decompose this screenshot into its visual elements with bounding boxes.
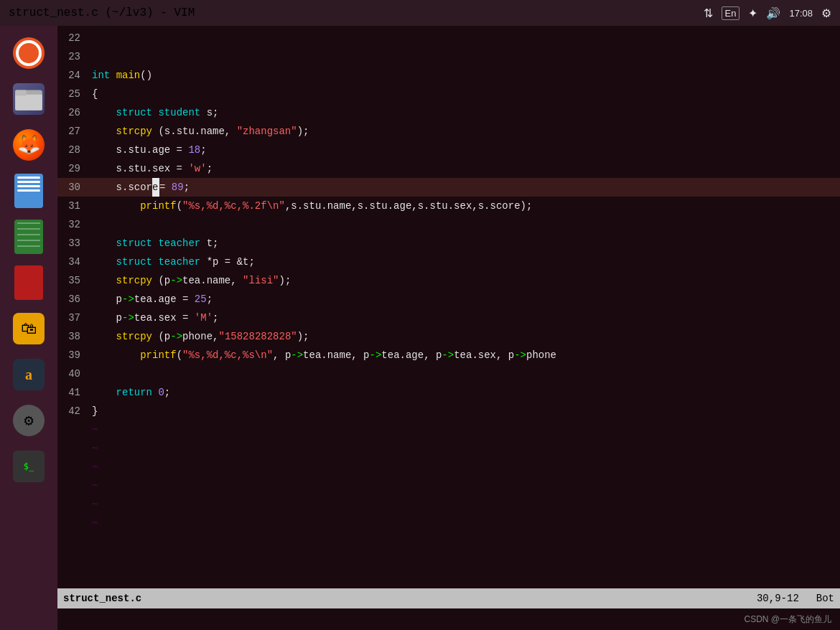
code-line-41: 41 return 0;	[57, 383, 840, 402]
code-line-39: 39 printf("%s,%d,%c,%s\n", p->tea.name, …	[57, 346, 840, 365]
code-line-32: 32	[57, 215, 840, 234]
code-line-33: 33 struct teacher t;	[57, 234, 840, 253]
code-line-25: 25 {	[57, 85, 840, 103]
sidebar-item-files[interactable]	[7, 77, 50, 121]
code-line-31: 31 printf("%s,%d,%c,%.2f\n",s.stu.name,s…	[57, 197, 840, 215]
sidebar-item-ubuntu[interactable]	[7, 32, 50, 75]
code-line-40: 40	[57, 365, 840, 383]
vim-statusbar: struct_nest.c 30,9-12 Bot	[57, 588, 840, 608]
tilde-line-5: ~	[57, 495, 840, 514]
files-icon	[13, 83, 45, 115]
sidebar: 🦊 🛍 a ⚙ $_	[0, 26, 57, 630]
volume-icon: 🔊	[766, 6, 780, 20]
code-line-35: 35 strcpy (p->tea.name, "lisi");	[57, 271, 840, 290]
tilde-line-6: ~	[57, 514, 840, 532]
code-line-42: 42 }	[57, 402, 840, 420]
status-filename: struct_nest.c	[63, 593, 141, 604]
code-line-38: 38 strcpy (p->phone,"15828282828");	[57, 327, 840, 346]
tilde-line-3: ~	[57, 458, 840, 476]
code-line-28: 28 s.stu.age = 18;	[57, 141, 840, 159]
sidebar-item-settings[interactable]: ⚙	[7, 399, 50, 442]
code-line-27: 27 strcpy (s.stu.name, "zhangsan");	[57, 122, 840, 141]
code-line-24: 24 int main()	[57, 66, 840, 85]
sidebar-item-presentation[interactable]	[7, 261, 50, 304]
titlebar-right: ⇅ En ✦ 🔊 17:08 ⚙	[704, 6, 831, 20]
tilde-line-1: ~	[57, 420, 840, 439]
svg-rect-2	[15, 90, 27, 95]
main-layout: 🦊 🛍 a ⚙ $_ 22	[0, 26, 840, 630]
bluetooth-icon: ✦	[748, 6, 757, 20]
code-line-29: 29 s.stu.sex = 'w';	[57, 159, 840, 178]
sidebar-item-spreadsheet[interactable]	[7, 215, 50, 258]
titlebar-title: struct_nest.c (~/lv3) - VIM	[9, 6, 195, 19]
code-line-37: 37 p->tea.sex = 'M';	[57, 309, 840, 327]
sidebar-item-document[interactable]	[7, 169, 50, 212]
sidebar-item-amazon[interactable]: a	[7, 353, 50, 396]
credit-text: CSDN @一条飞的鱼儿	[744, 613, 831, 626]
status-position: 30,9-12	[757, 593, 799, 604]
tilde-line-2: ~	[57, 439, 840, 458]
tilde-line-4: ~	[57, 476, 840, 495]
sidebar-item-store[interactable]: 🛍	[7, 307, 50, 350]
status-bot: Bot	[816, 593, 834, 604]
bottombar: CSDN @一条飞的鱼儿	[57, 608, 840, 630]
titlebar: struct_nest.c (~/lv3) - VIM ⇅ En ✦ 🔊 17:…	[0, 0, 840, 26]
code-area: 22 23 24 int main() 25 {	[57, 26, 840, 588]
code-line-26: 26 struct student s;	[57, 103, 840, 122]
code-line-30: 30 s.score= 89;	[57, 178, 840, 197]
sort-icon: ⇅	[704, 6, 713, 20]
svg-rect-1	[15, 95, 42, 111]
clock: 17:08	[789, 8, 813, 19]
sidebar-item-firefox[interactable]: 🦊	[7, 123, 50, 166]
code-line-23: 23	[57, 47, 840, 66]
system-icon[interactable]: ⚙	[821, 6, 831, 20]
code-line-34: 34 struct teacher *p = &t;	[57, 253, 840, 271]
code-scroll: 22 23 24 int main() 25 {	[57, 26, 840, 588]
vim-editor[interactable]: 22 23 24 int main() 25 {	[57, 26, 840, 630]
code-line-22: 22	[57, 29, 840, 47]
code-line-36: 36 p->tea.age = 25;	[57, 290, 840, 309]
lang-indicator[interactable]: En	[722, 6, 740, 20]
sidebar-item-terminal[interactable]: $_	[7, 445, 50, 488]
